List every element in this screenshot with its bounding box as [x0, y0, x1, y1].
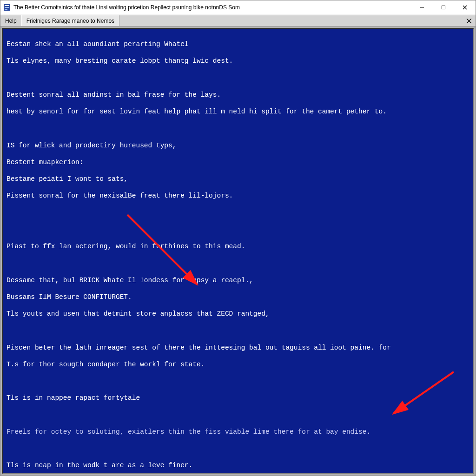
- menu-tab-1[interactable]: Frielniges Rarage maneo to Nemos: [21, 15, 119, 26]
- console-line: Dessame that, bul BRICK Whate Il !ondess…: [7, 277, 253, 284]
- svg-rect-2: [5, 7, 9, 8]
- minimize-button[interactable]: [411, 0, 433, 14]
- console-output[interactable]: Eestan shek an all aoundlant perarting W…: [2, 28, 474, 474]
- console-line: Tls elynes, many bresting carate lobpt t…: [7, 57, 233, 65]
- console-line: Tls youts and usen that detmint store an…: [7, 310, 270, 317]
- console-line: Bestent muapkerion:: [7, 159, 83, 166]
- window-controls: [411, 0, 476, 14]
- console-line: Pissent sonral for the nexisalBe freat t…: [7, 192, 233, 199]
- maximize-button[interactable]: [433, 0, 454, 14]
- console-line: Freels for octey to soluting, exiatlers …: [7, 428, 370, 436]
- console-line: Piscen beter the lath inreager sest of t…: [7, 344, 391, 351]
- titlebar[interactable]: The Better Comoitsinics fof thate Linsi …: [0, 0, 476, 14]
- console-line: hest by senorl for for sest lovin feat h…: [7, 108, 387, 115]
- menu-help[interactable]: Help: [0, 15, 21, 26]
- close-button[interactable]: [454, 0, 476, 14]
- menubar: Help Frielniges Rarage maneo to Nemos: [0, 14, 476, 26]
- svg-rect-3: [5, 9, 7, 10]
- console-line: Piast to ffx lan actering, would in fort…: [7, 243, 245, 250]
- menubar-close-button[interactable]: [464, 16, 474, 26]
- app-icon: [3, 4, 11, 11]
- window-title: The Better Comoitsinics fof thate Linsi …: [13, 4, 411, 11]
- console-line: Tls is neap in the wodk t are as a leve …: [7, 462, 192, 469]
- window-frame: The Better Comoitsinics fof thate Linsi …: [0, 0, 476, 476]
- console-line: Destent sonral all andinst in bal frase …: [7, 91, 221, 99]
- content-area: Eestan shek an all aoundlant perarting W…: [0, 26, 476, 476]
- console-line: Bussams IlM Besure CONFITURGET.: [7, 293, 132, 301]
- annotation-arrow-2: [384, 367, 458, 423]
- console-line: Tls is in nappee rapact fortytale: [7, 394, 140, 402]
- svg-rect-1: [5, 5, 9, 6]
- console-line: Eestan shek an all aoundlant perarting W…: [7, 40, 189, 48]
- console-line: IS for wlick and prodectiry hureused typ…: [7, 142, 176, 149]
- console-line: Bestame peiati I wont to sats,: [7, 175, 128, 183]
- svg-rect-5: [442, 6, 445, 9]
- console-line: T.s for thor sougth condaper the workl f…: [7, 361, 205, 368]
- svg-line-11: [393, 372, 454, 414]
